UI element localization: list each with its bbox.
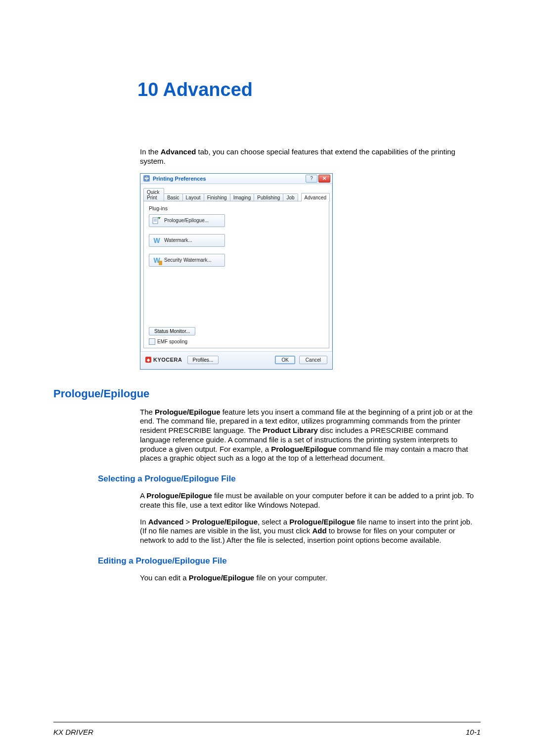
- tab-basic[interactable]: Basic: [164, 193, 182, 201]
- editing-paragraph: You can edit a Prologue/Epilogue file on…: [140, 573, 481, 583]
- close-button[interactable]: ✕: [318, 175, 330, 183]
- footer-left: KX DRIVER: [53, 728, 93, 736]
- prologue-epilogue-button[interactable]: Prologue/Epilogue...: [149, 214, 225, 227]
- brand-logo: ◆ KYOCERA: [145, 357, 182, 363]
- emf-spooling-label: EMF spooling: [157, 339, 187, 344]
- t: Prologue/Epilogue: [289, 518, 355, 526]
- selecting-paragraph-2: In Advanced > Prologue/Epilogue, select …: [140, 518, 481, 545]
- cancel-button[interactable]: Cancel: [299, 356, 327, 364]
- t: Prologue/Epilogue: [192, 518, 258, 526]
- brand-text: KYOCERA: [153, 357, 182, 363]
- selecting-paragraph-1: A Prologue/Epilogue file must be availab…: [140, 491, 481, 510]
- prologue-paragraph: The Prologue/Epilogue feature lets you i…: [140, 408, 481, 464]
- printing-preferences-dialog: Printing Preferences ? ✕ Quick Print Bas…: [140, 173, 333, 370]
- chapter-title: 10 Advanced: [137, 79, 481, 100]
- watermark-icon: W: [152, 236, 161, 245]
- t: You can edit a: [140, 573, 189, 582]
- t: Prologue/Epilogue: [155, 408, 221, 416]
- help-icon: ?: [310, 176, 313, 181]
- ok-button[interactable]: OK: [275, 356, 295, 364]
- prologue-epilogue-label: Prologue/Epilogue...: [164, 218, 209, 223]
- page-footer: KX DRIVER 10-1: [53, 728, 481, 736]
- watermark-button[interactable]: W Watermark...: [149, 234, 225, 247]
- editing-subheading: Editing a Prologue/Epilogue File: [98, 556, 481, 566]
- t: Advanced: [148, 518, 184, 526]
- watermark-label: Watermark...: [164, 237, 192, 243]
- t: In: [140, 518, 148, 526]
- intro-prefix: In the: [140, 147, 161, 156]
- tab-publishing[interactable]: Publishing: [254, 193, 283, 201]
- t: A: [140, 491, 146, 500]
- status-monitor-button[interactable]: Status Monitor...: [149, 327, 195, 335]
- dialog-title-bar: Printing Preferences ? ✕: [140, 174, 332, 184]
- emf-spooling-row: EMF spooling: [149, 338, 324, 345]
- t: Prologue/Epilogue: [189, 573, 255, 582]
- intro-paragraph: In the Advanced tab, you can choose spec…: [140, 147, 481, 166]
- t: Prologue/Epilogue: [271, 445, 337, 453]
- footer-rule: [53, 722, 481, 722]
- intro-bold: Advanced: [161, 147, 196, 156]
- tab-layout[interactable]: Layout: [182, 193, 204, 201]
- close-icon: ✕: [322, 176, 326, 181]
- svg-rect-1: [145, 176, 148, 177]
- tab-imaging[interactable]: Imaging: [230, 193, 255, 201]
- advanced-panel: Plug-ins Prologue/Epilogue...: [143, 201, 329, 348]
- security-watermark-icon: W: [152, 256, 161, 265]
- security-watermark-label: Security Watermark...: [164, 257, 212, 263]
- t: Prologue/Epilogue: [146, 491, 212, 500]
- security-watermark-button[interactable]: W Security Watermark...: [149, 254, 225, 267]
- svg-rect-2: [145, 179, 148, 181]
- t: Product Library: [263, 426, 318, 434]
- dialog-title: Printing Preferences: [153, 176, 306, 182]
- t: , select a: [258, 518, 289, 526]
- t: >: [183, 518, 192, 526]
- emf-spooling-checkbox[interactable]: [149, 338, 155, 345]
- footer-right: 10-1: [466, 728, 481, 736]
- svg-rect-3: [153, 218, 158, 224]
- tab-job[interactable]: Job: [283, 193, 298, 201]
- printer-icon: [143, 175, 150, 182]
- selecting-subheading: Selecting a Prologue/Epilogue File: [98, 474, 481, 484]
- window-buttons: ? ✕: [306, 175, 330, 183]
- prologue-epilogue-icon: [152, 216, 161, 225]
- t: The: [140, 408, 155, 416]
- dialog-button-bar: ◆ KYOCERA Profiles... OK Cancel: [140, 351, 332, 369]
- tab-row: Quick Print Basic Layout Finishing Imagi…: [143, 188, 329, 201]
- plugins-label: Plug-ins: [149, 205, 324, 211]
- t: Add: [312, 526, 326, 535]
- chapter-number: 10: [137, 79, 158, 100]
- brand-mark-icon: ◆: [145, 357, 151, 363]
- profiles-button[interactable]: Profiles...: [187, 356, 219, 364]
- help-button[interactable]: ?: [306, 175, 317, 183]
- chapter-name: Advanced: [163, 79, 253, 100]
- tab-advanced[interactable]: Advanced: [301, 193, 330, 201]
- t: file on your computer.: [254, 573, 327, 582]
- prologue-section-heading: Prologue/Epilogue: [53, 387, 481, 400]
- tab-finishing[interactable]: Finishing: [204, 193, 230, 201]
- tab-quick-print[interactable]: Quick Print: [143, 188, 164, 201]
